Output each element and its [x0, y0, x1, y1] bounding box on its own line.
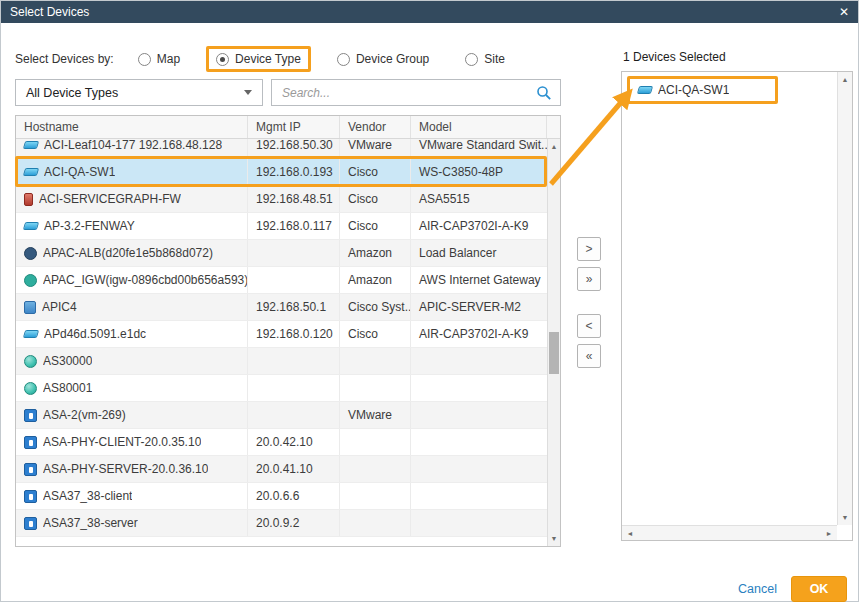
mgmt-ip-cell — [248, 402, 340, 428]
radio-option-site[interactable]: Site — [455, 46, 515, 72]
table-row[interactable]: APIC4192.168.50.1Cisco Syst...APIC-SERVE… — [16, 294, 547, 321]
move-all-left-button[interactable]: « — [577, 344, 601, 368]
vendor-cell — [340, 348, 411, 374]
radio-icon[interactable] — [138, 53, 151, 66]
radio-label: Map — [157, 52, 180, 66]
hostname-cell: APAC-ALB(d20fe1e5b868d072) — [16, 240, 248, 266]
hostname-cell: AS80001 — [16, 375, 248, 401]
vendor-cell: VMware — [340, 139, 411, 158]
selected-count-label: 1 Devices Selected — [623, 50, 726, 64]
model-cell: AIR-CAP3702I-A-K9 — [411, 321, 547, 347]
model-cell: WS-C3850-48P — [411, 159, 547, 185]
model-cell — [411, 348, 547, 374]
radio-option-map[interactable]: Map — [128, 46, 190, 72]
ok-button[interactable]: OK — [791, 576, 847, 602]
search-icon[interactable] — [536, 85, 552, 101]
globe-icon — [24, 382, 37, 395]
device-type-dropdown[interactable]: All Device Types — [15, 79, 263, 106]
table-row[interactable]: AS30000 — [16, 348, 547, 375]
table-row[interactable]: ASA-2(vm-269)VMware — [16, 402, 547, 429]
radio-option-device-group[interactable]: Device Group — [327, 46, 439, 72]
table-vertical-scrollbar[interactable]: ▲ ▼ — [547, 139, 560, 546]
table-row[interactable]: ACI-Leaf104-177 192.168.48.128192.168.50… — [16, 139, 547, 159]
mgmt-ip-cell: 192.168.0.193 — [248, 159, 340, 185]
mgmt-ip-cell: 20.0.9.2 — [248, 510, 340, 536]
scroll-down-icon[interactable]: ▼ — [548, 535, 560, 542]
table-row[interactable]: APAC_IGW(igw-0896cbd00b656a593)AmazonAWS… — [16, 267, 547, 294]
radio-icon[interactable] — [337, 53, 350, 66]
model-cell — [411, 510, 547, 536]
hostname-text: APIC4 — [42, 300, 77, 314]
model-cell: VMware Standard Swit... — [411, 139, 547, 158]
table-row[interactable]: ASA37_38-server20.0.9.2 — [16, 510, 547, 537]
mgmt-ip-cell: 20.0.6.6 — [248, 483, 340, 509]
scroll-left-icon[interactable]: ◄ — [625, 530, 635, 537]
table-row[interactable]: ACI-SERVICEGRAPH-FW192.168.48.51CiscoASA… — [16, 186, 547, 213]
device-type-dropdown-value: All Device Types — [26, 86, 118, 100]
hostname-cell: APd46d.5091.e1dc — [16, 321, 248, 347]
switch-icon — [23, 168, 39, 176]
mgmt-ip-cell: 192.168.50.30 — [248, 139, 340, 158]
radio-icon[interactable] — [216, 53, 229, 66]
table-row[interactable]: ASA-PHY-CLIENT-20.0.35.1020.0.42.10 — [16, 429, 547, 456]
table-row[interactable]: APAC-ALB(d20fe1e5b868d072)AmazonLoad Bal… — [16, 240, 547, 267]
table-row[interactable]: ASA37_38-client20.0.6.6 — [16, 483, 547, 510]
chevron-down-icon — [244, 90, 252, 95]
model-cell: AIR-CAP3702I-A-K9 — [411, 213, 547, 239]
hostname-text: ACI-QA-SW1 — [44, 165, 115, 179]
scroll-right-icon[interactable]: ► — [824, 530, 834, 537]
table-rows: ACI-Leaf104-177 192.168.48.128192.168.50… — [16, 139, 547, 546]
search-box — [271, 79, 561, 106]
hostname-text: AS30000 — [43, 354, 92, 368]
move-all-right-button[interactable]: » — [577, 267, 601, 291]
hostname-text: APAC_IGW(igw-0896cbd00b656a593) — [43, 273, 247, 287]
hostname-text: AS80001 — [43, 381, 92, 395]
vendor-cell: VMware — [340, 402, 411, 428]
scrollbar-thumb[interactable] — [549, 332, 559, 374]
model-cell — [411, 483, 547, 509]
panel-horizontal-scrollbar[interactable]: ◄ ► — [622, 525, 837, 540]
mgmt-ip-cell: 192.168.0.120 — [248, 321, 340, 347]
radio-icon[interactable] — [465, 53, 478, 66]
table-row[interactable]: ACI-QA-SW1192.168.0.193CiscoWS-C3850-48P — [16, 159, 547, 186]
mgmt-ip-cell: 192.168.50.1 — [248, 294, 340, 320]
table-row[interactable]: ASA-PHY-SERVER-20.0.36.1020.0.41.10 — [16, 456, 547, 483]
scroll-down-icon[interactable]: ▼ — [838, 514, 852, 521]
vendor-cell: Amazon — [340, 240, 411, 266]
filter-label: Select Devices by: — [15, 52, 114, 66]
cancel-button[interactable]: Cancel — [738, 582, 777, 596]
selected-devices-list: ACI-QA-SW1 — [622, 72, 837, 525]
table-row[interactable]: APd46d.5091.e1dc192.168.0.120CiscoAIR-CA… — [16, 321, 547, 348]
device-table: HostnameMgmt IPVendorModel ACI-Leaf104-1… — [15, 115, 561, 547]
move-right-button[interactable]: > — [577, 237, 601, 261]
hostname-text: ASA37_38-server — [43, 516, 138, 530]
vendor-cell: Cisco — [340, 186, 411, 212]
radio-option-device-type[interactable]: Device Type — [206, 46, 311, 72]
close-icon[interactable]: ✕ — [839, 6, 849, 18]
model-cell — [411, 402, 547, 428]
hostname-cell: ASA-PHY-CLIENT-20.0.35.10 — [16, 429, 248, 455]
table-row[interactable]: AS80001 — [16, 375, 547, 402]
search-input[interactable] — [280, 85, 536, 101]
column-header: Model — [411, 116, 547, 138]
scroll-up-icon[interactable]: ▲ — [838, 76, 852, 83]
selected-devices-panel: ACI-QA-SW1 ▲ ▼ ◄ ► — [621, 71, 853, 541]
hostname-cell: AS30000 — [16, 348, 248, 374]
selected-device-item[interactable]: ACI-QA-SW1 — [627, 76, 778, 104]
hostname-cell: APIC4 — [16, 294, 248, 320]
panel-vertical-scrollbar[interactable]: ▲ ▼ — [837, 72, 852, 525]
column-header: Hostname — [16, 116, 248, 138]
table-row[interactable]: AP-3.2-FENWAY192.168.0.117CiscoAIR-CAP37… — [16, 213, 547, 240]
table-header: HostnameMgmt IPVendorModel — [16, 116, 560, 139]
move-left-button[interactable]: < — [577, 314, 601, 338]
vendor-cell: Cisco — [340, 159, 411, 185]
radio-label: Site — [484, 52, 505, 66]
switch-icon — [23, 330, 39, 338]
model-cell: Load Balancer — [411, 240, 547, 266]
model-cell — [411, 375, 547, 401]
dialog-titlebar: Select Devices ✕ — [1, 1, 858, 23]
model-cell: ASA5515 — [411, 186, 547, 212]
filter-options: MapDevice TypeDevice GroupSite — [128, 46, 531, 72]
scroll-up-icon[interactable]: ▲ — [548, 143, 560, 150]
selected-device-label: ACI-QA-SW1 — [658, 83, 729, 97]
